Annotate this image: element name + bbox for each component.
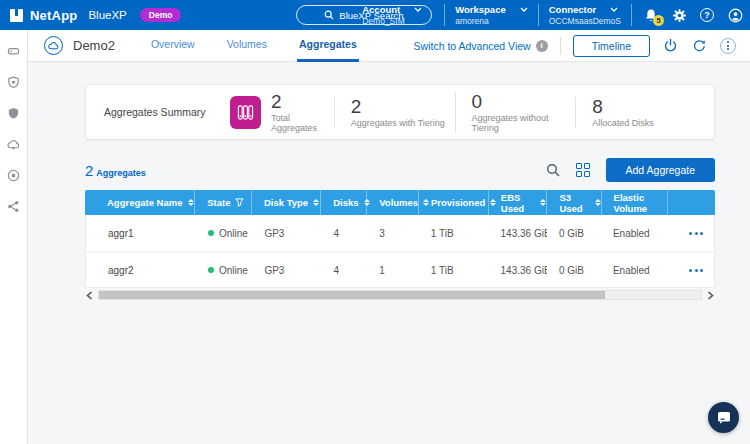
chevron-down-icon	[414, 7, 422, 12]
stat-with-tiering: 2Aggregates with Tiering	[334, 97, 455, 128]
column-aggregate-name[interactable]: Aggregate Name	[85, 190, 195, 215]
add-aggregate-button[interactable]: Add Aggregate	[606, 158, 715, 182]
cell-volumes: 3	[367, 215, 418, 251]
health-icon	[7, 76, 20, 89]
gear-icon	[672, 8, 687, 23]
state-text: Online	[219, 228, 248, 239]
sidebar-item-governance[interactable]	[7, 168, 21, 182]
stat-label: Total Aggregates	[271, 113, 334, 133]
chat-icon	[717, 411, 731, 424]
connector-menu[interactable]: Connector OCCMsaasDemoS	[549, 4, 621, 26]
list-toolbar: 2 Aggregates Add Aggregate	[85, 158, 715, 182]
column-label: Provisioned	[431, 197, 485, 208]
column-label: State	[207, 197, 230, 208]
row-menu-icon[interactable]	[685, 265, 707, 276]
column-actions	[668, 190, 715, 215]
advanced-view-label: Switch to Advanced View	[414, 40, 531, 52]
tab-aggregates[interactable]: Aggregates	[297, 30, 359, 62]
storage-icon	[7, 45, 20, 58]
state-text: Online	[219, 265, 248, 276]
sidebar-item-collaboration[interactable]	[7, 199, 21, 213]
scrollbar-thumb[interactable]	[99, 291, 605, 299]
sidebar-item-storage[interactable]	[7, 44, 21, 58]
column-provisioned[interactable]: Provisioned	[419, 190, 489, 215]
divider	[444, 4, 445, 26]
refresh-button[interactable]	[691, 37, 708, 54]
cell-s3-used: 0 GiB	[547, 215, 601, 251]
row-menu-icon[interactable]	[685, 228, 707, 239]
notification-count-badge: 5	[653, 15, 664, 26]
cell-disk-type: GP3	[252, 215, 321, 251]
info-icon[interactable]	[536, 40, 548, 52]
tab-overview[interactable]: Overview	[149, 30, 197, 62]
more-options-button[interactable]	[720, 38, 736, 54]
brand: NetApp BlueXP Demo	[10, 8, 181, 23]
sidebar-item-protection[interactable]	[7, 106, 21, 120]
grid-view-icon[interactable]	[576, 163, 590, 177]
summary-title: Aggregates Summary	[104, 106, 214, 118]
sidebar-item-mobility[interactable]	[7, 137, 21, 151]
power-icon	[663, 38, 678, 53]
account-label: Account	[362, 4, 400, 15]
back-to-canvas-button[interactable]	[44, 36, 63, 55]
power-button[interactable]	[662, 37, 679, 54]
product-name: BlueXP	[88, 9, 126, 21]
column-ebs-used[interactable]: EBS Used	[489, 190, 548, 215]
user-button[interactable]	[726, 6, 744, 24]
column-label: Disks	[333, 197, 358, 208]
demo-badge: Demo	[140, 8, 182, 22]
column-label: Aggregate Name	[107, 197, 183, 208]
chevron-down-icon	[610, 7, 618, 12]
chat-button[interactable]	[708, 402, 739, 433]
table-row-aggr1[interactable]: aggr1 Online GP3 4 3 1 TiB 143.36 GiB 0 …	[85, 215, 715, 252]
aggregates-count: 2 Aggregates	[85, 162, 146, 179]
column-volumes[interactable]: Volumes	[367, 190, 419, 215]
search-icon[interactable]	[546, 163, 560, 177]
scroll-left-icon[interactable]	[85, 291, 94, 300]
timeline-button[interactable]: Timeline	[573, 35, 650, 57]
sort-icon[interactable]	[313, 199, 319, 207]
settings-button[interactable]	[670, 6, 688, 24]
filter-icon[interactable]	[235, 198, 244, 207]
scrollbar-track[interactable]	[98, 290, 702, 300]
working-environment-name: Demo2	[73, 38, 115, 53]
notifications-button[interactable]: 5	[642, 6, 660, 24]
mobility-icon	[7, 138, 20, 151]
table-row-aggr2[interactable]: aggr2 Online GP3 4 1 1 TiB 143.36 GiB 0 …	[85, 251, 715, 288]
stat-value: 2	[271, 92, 334, 112]
tab-volumes[interactable]: Volumes	[225, 30, 269, 62]
column-elastic-volume[interactable]: Elastic Volume	[602, 190, 668, 215]
divider	[631, 4, 632, 26]
cell-ebs-used: 143.36 GiB	[489, 215, 547, 251]
sidebar-item-health[interactable]	[7, 75, 21, 89]
table-header: Aggregate Name State Disk Type Disk	[85, 190, 715, 215]
account-menu[interactable]: Account Demo_SIM	[362, 4, 434, 26]
aggregate-icon	[230, 96, 261, 129]
governance-icon	[7, 169, 20, 182]
aggregates-page: Aggregates Summary 2Total Aggregates 2Ag…	[28, 62, 750, 444]
protection-icon	[7, 107, 20, 120]
column-disks[interactable]: Disks	[321, 190, 367, 215]
stat-value: 2	[351, 97, 445, 117]
netapp-logo-icon	[10, 9, 23, 22]
cell-volumes: 1	[367, 253, 418, 287]
connector-label: Connector	[549, 4, 597, 15]
aggregates-summary-card: Aggregates Summary 2Total Aggregates 2Ag…	[85, 84, 715, 140]
left-sidebar	[0, 30, 28, 444]
column-disk-type[interactable]: Disk Type	[252, 190, 321, 215]
count-label: Aggregates	[96, 168, 146, 178]
workspace-menu[interactable]: Workspace amorena	[455, 4, 528, 26]
help-button[interactable]	[698, 6, 716, 24]
scroll-right-icon[interactable]	[706, 291, 715, 300]
refresh-icon	[692, 38, 707, 53]
column-s3-used[interactable]: S3 Used	[547, 190, 601, 215]
cell-disks: 4	[321, 253, 367, 287]
stat-label: Allocated Disks	[592, 118, 654, 128]
sort-icon[interactable]	[595, 199, 601, 207]
stat-total-aggregates: 2Total Aggregates	[214, 92, 334, 133]
column-state[interactable]: State	[195, 190, 252, 215]
sort-icon[interactable]	[540, 199, 546, 207]
sort-icon[interactable]	[188, 199, 194, 207]
switch-advanced-view-link[interactable]: Switch to Advanced View	[414, 40, 548, 52]
column-label: Elastic Volume	[614, 192, 667, 214]
